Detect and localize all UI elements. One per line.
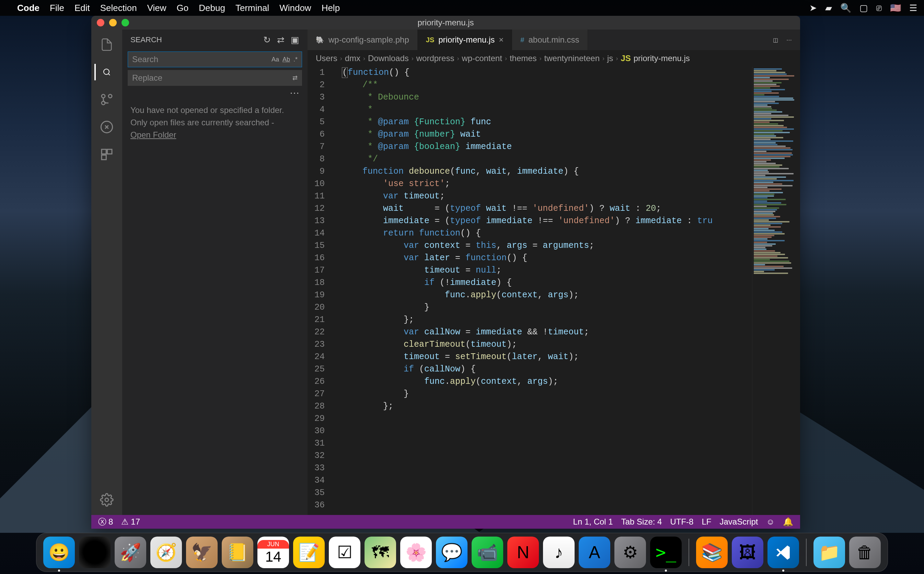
breadcrumb-item[interactable]: dmx: [345, 54, 360, 63]
menubar-view[interactable]: View: [147, 3, 167, 13]
dock-messages-icon[interactable]: 💬: [436, 536, 468, 568]
php-icon: 🐘: [316, 36, 324, 44]
menubar-app-name[interactable]: Code: [17, 3, 39, 13]
status-cursor-position[interactable]: Ln 1, Col 1: [573, 517, 613, 527]
dock-preview-icon[interactable]: 🖼: [732, 536, 763, 568]
breadcrumb-item[interactable]: Users: [316, 54, 337, 63]
settings-gear-icon[interactable]: [99, 492, 115, 508]
dock-calendar-icon[interactable]: JUN 14: [257, 536, 289, 568]
window-minimize-button[interactable]: [109, 19, 117, 27]
replace-input-box[interactable]: ⇄: [128, 70, 302, 86]
menubar-go[interactable]: Go: [177, 3, 189, 13]
toggle-search-details-icon[interactable]: ⋯: [122, 87, 307, 99]
menubar-debug[interactable]: Debug: [199, 3, 225, 13]
search-icon[interactable]: [94, 64, 111, 80]
sidebar-title: SEARCH: [131, 35, 162, 44]
control-center-icon[interactable]: ☰: [909, 3, 917, 13]
regex-icon[interactable]: .*: [293, 56, 298, 63]
battery-icon[interactable]: ▢: [859, 3, 868, 13]
display-icon[interactable]: ⎚: [876, 3, 882, 13]
match-whole-word-icon[interactable]: Ab: [282, 56, 290, 63]
dock-photos-icon[interactable]: 🌸: [400, 536, 432, 568]
feedback-icon[interactable]: ☺: [766, 517, 775, 527]
tab-priority-menu[interactable]: JS priority-menu.js ×: [418, 30, 512, 50]
status-errors[interactable]: ⓧ 8: [98, 516, 113, 527]
breadcrumb-item[interactable]: wp-content: [462, 54, 502, 63]
notifications-bell-icon[interactable]: 🔔: [783, 517, 793, 527]
status-warnings[interactable]: ⚠ 17: [121, 517, 140, 527]
menubar-file[interactable]: File: [50, 3, 64, 13]
clear-icon[interactable]: ⇄: [277, 35, 285, 45]
breadcrumb-item[interactable]: themes: [510, 54, 537, 63]
open-folder-link[interactable]: Open Folder: [131, 130, 176, 139]
dock-downloads-folder-icon[interactable]: 📁: [814, 536, 845, 568]
menubar-edit[interactable]: Edit: [74, 3, 90, 13]
svg-point-2: [109, 95, 112, 98]
refresh-icon[interactable]: ↻: [263, 35, 271, 45]
dock-finder-icon[interactable]: 😀: [43, 536, 75, 568]
macos-menubar: Code File Edit Selection View Go Debug T…: [0, 0, 924, 16]
menubar-terminal[interactable]: Terminal: [236, 3, 269, 13]
window-titlebar[interactable]: priority-menu.js: [91, 16, 800, 30]
dock-reminders-icon[interactable]: ☑: [329, 536, 360, 568]
dock-safari-icon[interactable]: 🧭: [150, 536, 182, 568]
menubar-selection[interactable]: Selection: [100, 3, 137, 13]
status-language[interactable]: JavaScript: [719, 517, 758, 527]
code-content[interactable]: (function() { /** * Debounce * * @param …: [332, 66, 752, 515]
menubar-window[interactable]: Window: [279, 3, 311, 13]
explorer-icon[interactable]: [99, 36, 115, 53]
tab-wp-config[interactable]: 🐘 wp-config-sample.php: [307, 30, 418, 50]
code-editor[interactable]: 1234567891011121314151617181920212223242…: [307, 66, 800, 515]
split-editor-icon[interactable]: ◫: [773, 37, 778, 43]
dock-facetime-icon[interactable]: 📹: [472, 536, 503, 568]
breadcrumb-item[interactable]: Downloads: [368, 54, 409, 63]
flag-icon[interactable]: 🇺🇸: [890, 3, 901, 13]
dock-trash-icon[interactable]: 🗑: [849, 536, 881, 568]
spotlight-icon[interactable]: 🔍: [840, 3, 851, 13]
dock-mail-icon[interactable]: 🦅: [186, 536, 217, 568]
breadcrumb-item[interactable]: js: [607, 54, 613, 63]
search-input[interactable]: [132, 55, 271, 64]
dock-appstore-icon[interactable]: A: [579, 536, 610, 568]
minimap[interactable]: [752, 66, 800, 515]
replace-all-icon[interactable]: ⇄: [293, 74, 298, 82]
dock-launchpad-icon[interactable]: 🚀: [115, 536, 146, 568]
cursor-icon[interactable]: ➤: [809, 3, 817, 13]
breadcrumb-item[interactable]: wordpress: [416, 54, 455, 63]
dock-contacts-icon[interactable]: 📒: [222, 536, 253, 568]
dock-vscode-icon[interactable]: [768, 536, 799, 568]
dock-separator: [688, 539, 689, 566]
dock-settings-icon[interactable]: ⚙: [614, 536, 646, 568]
status-eol[interactable]: LF: [702, 517, 711, 527]
css-icon: #: [520, 36, 524, 44]
dock-notes-icon[interactable]: 📝: [293, 536, 325, 568]
line-numbers-gutter[interactable]: 1234567891011121314151617181920212223242…: [307, 66, 332, 515]
dock-itunes-icon[interactable]: ♪: [543, 536, 575, 568]
breadcrumbs[interactable]: Users› dmx› Downloads› wordpress› wp-con…: [307, 50, 800, 66]
window-close-button[interactable]: [97, 19, 104, 27]
dock-siri-icon[interactable]: ◉: [79, 536, 110, 568]
extensions-icon[interactable]: [99, 146, 115, 163]
debug-icon[interactable]: [99, 119, 115, 135]
replace-input[interactable]: [132, 73, 293, 83]
menubar-help[interactable]: Help: [322, 3, 340, 13]
status-tab-size[interactable]: Tab Size: 4: [621, 517, 662, 527]
status-encoding[interactable]: UTF-8: [670, 517, 693, 527]
tab-close-icon[interactable]: ×: [499, 35, 504, 45]
more-actions-icon[interactable]: ⋯: [786, 37, 792, 43]
breadcrumb-item[interactable]: twentynineteen: [545, 54, 600, 63]
match-case-icon[interactable]: Aa: [271, 56, 279, 63]
source-control-icon[interactable]: [99, 91, 115, 108]
search-input-box[interactable]: Aa Ab .*: [128, 52, 302, 67]
window-maximize-button[interactable]: [121, 19, 129, 27]
dock-terminal-icon[interactable]: >_: [650, 536, 682, 568]
dock-news-icon[interactable]: N: [507, 536, 539, 568]
search-sidebar: SEARCH ↻ ⇄ ▣ Aa Ab .* ⇄: [122, 30, 307, 515]
dock-books-icon[interactable]: 📚: [696, 536, 728, 568]
svg-point-4: [102, 95, 105, 98]
tab-about-css[interactable]: # about.min.css: [512, 30, 588, 50]
dock-maps-icon[interactable]: 🗺: [365, 536, 396, 568]
collapse-icon[interactable]: ▣: [291, 35, 299, 45]
notifications-icon[interactable]: ▰: [825, 3, 832, 13]
breadcrumb-file[interactable]: priority-menu.js: [634, 54, 690, 63]
